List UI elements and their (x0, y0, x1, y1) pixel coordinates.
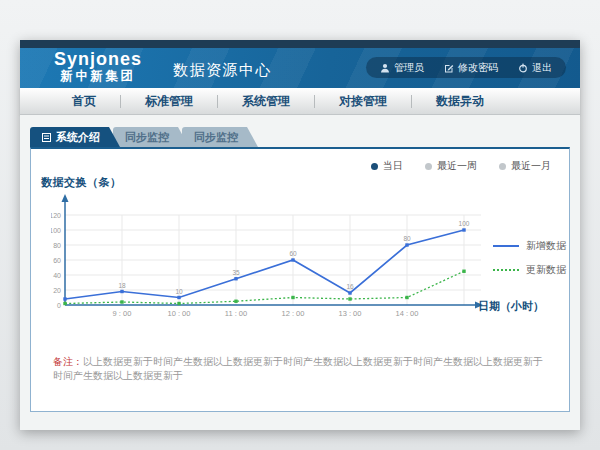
svg-text:11 : 00: 11 : 00 (225, 309, 247, 318)
svg-text:80: 80 (53, 242, 61, 249)
tab-label: 同步监控 (194, 130, 238, 145)
tab-label: 同步监控 (125, 130, 169, 145)
legend-line-sample (493, 245, 519, 247)
svg-text:120: 120 (51, 212, 61, 219)
logo-subtitle: 新中新集团 (54, 68, 142, 85)
filter-option-3[interactable]: 最近一月 (499, 159, 551, 173)
svg-text:14 : 00: 14 : 00 (396, 309, 419, 318)
filter-label: 最近一周 (437, 159, 477, 173)
chart-panel: 当日最近一周最近一月 数据交换（条） 0204060801001209 : 00… (30, 147, 570, 412)
chart-legend: 新增数据更新数据 (493, 239, 566, 287)
logo-title: Synjones (54, 51, 142, 68)
radio-dot-icon (425, 163, 432, 170)
chart-y-axis-title: 数据交换（条） (41, 175, 122, 190)
logout-button[interactable]: 退出 (508, 61, 562, 75)
svg-text:9 : 00: 9 : 00 (113, 309, 132, 318)
svg-text:0: 0 (57, 302, 61, 309)
page-title: 数据资源中心 (173, 61, 272, 80)
admin-user-label: 管理员 (394, 61, 424, 75)
app-window: Synjones 新中新集团 数据资源中心 管理员 修改密码 退出 (20, 40, 580, 430)
legend-item-1: 新增数据 (493, 239, 566, 253)
tab-3[interactable]: 同步监控 (182, 127, 258, 147)
svg-text:13 : 00: 13 : 00 (339, 309, 362, 318)
filter-label: 当日 (383, 159, 403, 173)
power-icon (518, 63, 528, 73)
nav-item-5[interactable]: 数据异动 (412, 93, 508, 110)
company-logo: Synjones 新中新集团 (54, 51, 142, 85)
tab-1[interactable]: 系统介绍 (30, 127, 120, 147)
radio-dot-icon (499, 163, 506, 170)
legend-item-2: 更新数据 (493, 263, 566, 277)
top-strip (20, 40, 580, 48)
radio-dot-icon (371, 163, 378, 170)
tab-label: 系统介绍 (56, 130, 100, 145)
tab-2[interactable]: 同步监控 (113, 127, 189, 147)
user-menu: 管理员 修改密码 退出 (366, 57, 566, 78)
filter-option-2[interactable]: 最近一周 (425, 159, 477, 173)
footnote: 备注：以上数据更新于时间产生数据以上数据更新于时间产生数据以上数据更新于时间产生… (53, 355, 551, 383)
svg-text:60: 60 (53, 257, 61, 264)
line-chart: 0204060801001209 : 0010 : 0011 : 0012 : … (51, 193, 511, 323)
tab-bar: 系统介绍同步监控同步监控 (30, 127, 580, 147)
nav-item-4[interactable]: 对接管理 (315, 93, 411, 110)
footnote-text: 以上数据更新于时间产生数据以上数据更新于时间产生数据以上数据更新于时间产生数据以… (53, 356, 543, 381)
nav-item-3[interactable]: 系统管理 (218, 93, 314, 110)
legend-label: 新增数据 (526, 239, 566, 253)
document-icon (42, 133, 51, 142)
legend-line-sample (493, 269, 519, 271)
svg-text:10 : 00: 10 : 00 (168, 309, 191, 318)
svg-text:100: 100 (459, 220, 470, 227)
svg-text:12 : 00: 12 : 00 (282, 309, 305, 318)
svg-text:40: 40 (53, 272, 61, 279)
filter-label: 最近一月 (511, 159, 551, 173)
legend-label: 更新数据 (526, 263, 566, 277)
svg-text:20: 20 (53, 287, 61, 294)
change-password-label: 修改密码 (458, 61, 498, 75)
admin-user-button[interactable]: 管理员 (370, 61, 434, 75)
app-header: Synjones 新中新集团 数据资源中心 管理员 修改密码 退出 (20, 48, 580, 88)
svg-text:16: 16 (346, 283, 354, 290)
svg-text:60: 60 (289, 250, 297, 257)
chart-x-axis-title: 日期（小时） (478, 299, 544, 314)
nav-item-1[interactable]: 首页 (48, 93, 120, 110)
user-icon (380, 63, 390, 73)
content-area: 系统介绍同步监控同步监控 当日最近一周最近一月 数据交换（条） 02040608… (20, 115, 580, 430)
footnote-label: 备注： (53, 356, 83, 367)
date-range-filters: 当日最近一周最近一月 (371, 159, 551, 173)
filter-option-1[interactable]: 当日 (371, 159, 403, 173)
svg-text:100: 100 (51, 227, 61, 234)
svg-text:18: 18 (118, 282, 126, 289)
change-password-button[interactable]: 修改密码 (434, 61, 508, 75)
logout-label: 退出 (532, 61, 552, 75)
nav-item-2[interactable]: 标准管理 (121, 93, 217, 110)
svg-text:35: 35 (232, 269, 240, 276)
svg-text:10: 10 (175, 288, 183, 295)
svg-text:80: 80 (403, 235, 411, 242)
main-navigation: 首页标准管理系统管理对接管理数据异动 (20, 88, 580, 115)
edit-icon (444, 63, 454, 73)
